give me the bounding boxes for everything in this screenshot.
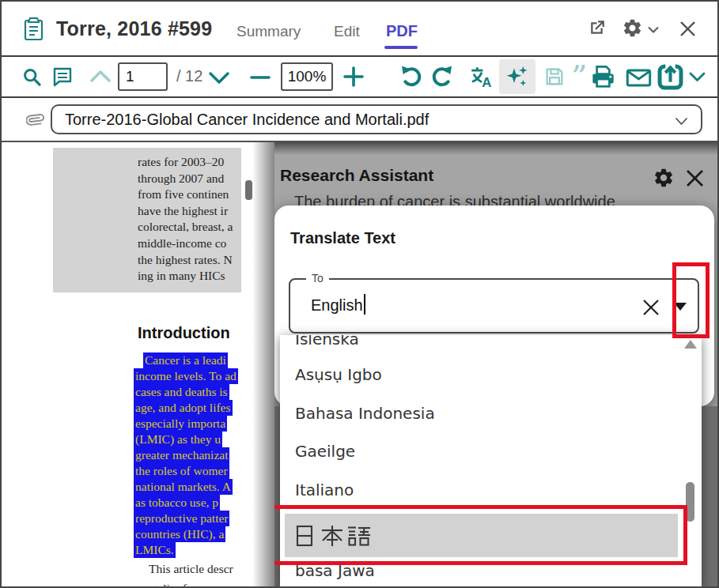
selected-line: countries (HIC), a <box>134 526 225 542</box>
abstract-line: ing in many HICs <box>138 268 241 285</box>
selected-text-block: Cancer is a leadi income levels. To ad c… <box>134 352 242 558</box>
comments-icon[interactable] <box>51 66 74 88</box>
abstract-line: from five continen <box>138 187 241 203</box>
zoom-out-icon[interactable] <box>250 75 271 80</box>
export-options-chevron-icon[interactable] <box>689 72 706 82</box>
panel-shadow <box>252 142 274 588</box>
svg-text:A: A <box>482 75 491 89</box>
reference-clipboard-icon <box>23 17 44 41</box>
translate-icon[interactable]: A <box>468 65 494 89</box>
selected-line: as tobacco use, p <box>134 495 220 511</box>
assistant-close-icon[interactable] <box>685 168 705 188</box>
attachment-bar: Torre-2016-Global Cancer Incidence and M… <box>2 98 717 142</box>
annotation-box-japanese-option <box>274 505 687 565</box>
search-icon[interactable] <box>21 66 43 88</box>
app-window: Torre, 2016 #599 Summary Edit PDF <box>0 0 719 588</box>
selected-line: greater mechanizat <box>134 447 229 463</box>
main-area: rates for 2003–20 through 2007 and from … <box>2 142 717 588</box>
section-heading: Introduction <box>138 324 230 342</box>
save-icon-disabled[interactable] <box>543 66 566 88</box>
pdf-scrollbar-thumb[interactable] <box>245 180 252 200</box>
clear-field-icon[interactable] <box>641 297 661 318</box>
abstract-line: the highest rates. N <box>138 252 241 269</box>
annotation-box-dropdown-caret <box>672 262 710 338</box>
print-icon[interactable] <box>590 66 616 89</box>
language-option[interactable]: Islenska <box>295 335 359 349</box>
selected-line: (LMIC) as they u <box>134 432 222 447</box>
rotate-right-icon[interactable] <box>431 65 455 89</box>
selected-line: national markets. A <box>134 479 233 495</box>
language-option[interactable]: Italiano <box>295 481 354 499</box>
attachment-file-select[interactable]: Torre-2016-Global Cancer Incidence and M… <box>51 104 702 134</box>
zoom-level-input[interactable] <box>281 62 333 91</box>
attachment-chevron-down-icon <box>675 117 688 126</box>
selected-line: reproductive patter <box>134 511 229 526</box>
next-page-chevron-down-icon[interactable] <box>209 72 229 84</box>
pdf-abstract-box: rates for 2003–20 through 2007 and from … <box>53 148 241 292</box>
settings-chevron-down-icon[interactable] <box>648 26 659 33</box>
export-icon[interactable] <box>657 64 683 90</box>
abstract-line: through 2007 and <box>138 171 241 187</box>
selected-line: cases and deaths is <box>134 384 229 400</box>
tab-edit[interactable]: Edit <box>334 23 360 40</box>
page-total-label: / 12 <box>176 67 202 85</box>
abstract-line: have the highest ir <box>138 203 241 220</box>
title-bar: Torre, 2016 #599 Summary Edit PDF <box>2 2 717 57</box>
pdf-body-line: This article descr <box>149 562 242 576</box>
field-value: English <box>311 294 365 315</box>
email-icon[interactable] <box>626 69 652 87</box>
research-assistant-panel: Research Assistant The burden of cancer … <box>274 142 717 588</box>
abstract-line: colorectal, breast, a <box>138 219 241 236</box>
reference-title: Torre, 2016 #599 <box>56 17 212 40</box>
selected-line: the roles of womer <box>134 463 229 479</box>
sparkles-icon <box>505 64 530 89</box>
field-label: To <box>306 272 329 285</box>
page-number-input[interactable] <box>118 62 168 91</box>
tab-summary[interactable]: Summary <box>237 23 301 40</box>
language-option[interactable]: Bahasa Indonesia <box>295 404 435 423</box>
quote-icon-disabled[interactable]: ” <box>571 58 587 95</box>
panel-top-shadow <box>274 142 717 155</box>
close-panel-icon[interactable] <box>679 20 697 38</box>
abstract-line: rates for 2003–20 <box>138 154 241 171</box>
selected-line: age, and adopt lifes <box>134 400 233 416</box>
paperclip-icon <box>26 108 44 131</box>
selected-line: Cancer is a leadi <box>143 352 228 368</box>
tab-pdf[interactable]: PDF <box>386 22 418 40</box>
selected-line: LMICs. <box>134 542 176 558</box>
settings-gear-icon[interactable] <box>622 17 643 39</box>
rotate-left-icon[interactable] <box>399 65 422 89</box>
zoom-in-icon[interactable] <box>342 66 365 88</box>
translate-to-field[interactable]: To English <box>289 278 699 334</box>
language-option[interactable]: Asụsụ Igbo <box>295 365 382 384</box>
panel-title: Research Assistant <box>280 166 433 185</box>
dimmed-region <box>702 406 717 588</box>
pdf-toolbar: / 12 A <box>2 57 717 98</box>
pdf-body-line-partial: mortality f <box>134 582 242 588</box>
selected-line: especially importa <box>134 416 227 432</box>
dropdown-scroll-up-arrow[interactable] <box>684 340 697 349</box>
text-cursor <box>364 294 365 315</box>
open-in-new-window-icon[interactable] <box>587 18 607 38</box>
ai-assistant-button[interactable] <box>499 59 535 94</box>
language-option[interactable]: Gaeilge <box>295 442 355 461</box>
selected-line: income levels. To ad <box>134 368 238 384</box>
attachment-filename: Torre-2016-Global Cancer Incidence and M… <box>52 106 663 133</box>
modal-title: Translate Text <box>290 229 395 247</box>
abstract-line: middle-income co <box>138 236 241 252</box>
assistant-settings-gear-icon[interactable] <box>653 167 675 189</box>
pdf-viewer: rates for 2003–20 through 2007 and from … <box>2 142 274 588</box>
tab-pdf-active-underline <box>384 46 418 49</box>
previous-page-chevron-up-icon[interactable] <box>90 70 111 82</box>
